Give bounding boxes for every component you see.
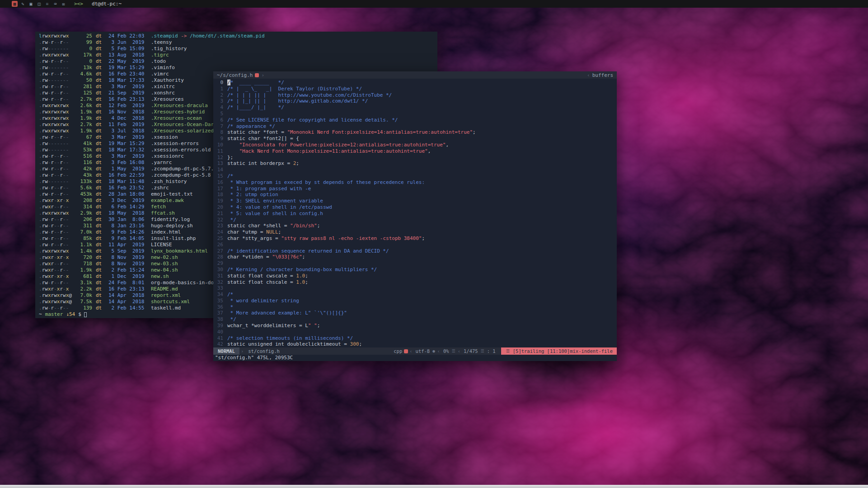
file-permissions: .rw-r--r-- (39, 160, 74, 166)
file-date: 4 Dec 2018 (108, 115, 147, 122)
file-name: shortcuts.xml (151, 299, 190, 305)
prompt-cwd: ~ (39, 311, 42, 318)
workspace-camera-icon[interactable]: ◫ (36, 1, 42, 7)
file-permissions: .rwxrwxrwx (39, 210, 74, 216)
editor-window[interactable]: ~/s/config.h › ‹ buffers 0/* ____ _____ … (213, 71, 617, 361)
editor-cursor: / (227, 80, 230, 85)
file-size: 42k (74, 166, 92, 172)
file-owner: dt (96, 52, 104, 58)
file-permissions: .rw-r--r-- (39, 58, 74, 65)
line-text: char *utmp = NULL; (227, 229, 281, 235)
file-row: .rw-r--r--99dt 3 Jun 2019.teensy (39, 39, 434, 46)
file-permissions: .rwxrwxrwx (39, 115, 74, 122)
file-name: .tigrc (151, 52, 169, 58)
file-permissions: .rw------- (39, 141, 74, 147)
file-owner: dt (96, 204, 104, 210)
file-name: new-03.sh (151, 261, 178, 267)
line-number: 4 (213, 104, 223, 111)
line-text: * 4: value of shell in /etc/passwd (227, 204, 332, 211)
file-permissions: .rw-r--r-- (39, 229, 74, 235)
file-owner: dt (96, 128, 104, 134)
file-owner: dt (96, 96, 104, 103)
file-size: 50 (74, 77, 92, 84)
line-text: static float cwscale = 1.0; (227, 273, 308, 279)
file-permissions: .rwxrwxrwx@ (39, 299, 74, 305)
file-date: 21 Sep 2019 (108, 90, 147, 96)
workspace-grid-icon[interactable]: ▦ (12, 1, 18, 7)
workspace-mail-icon[interactable]: ✉ (61, 1, 66, 7)
code-line: 21 * 5: value of shell in config.h (213, 211, 617, 217)
line-number: 0 (213, 80, 223, 86)
file-name: .Xresources-hybrid (151, 109, 205, 115)
vim-mode-indicator: NORMAL (213, 347, 239, 355)
code-line: 4/* |____/ |_| */ (213, 104, 617, 111)
line-number: 11 (213, 148, 223, 155)
top-panel: ▦✎▣◫⌗⌨✉ ><> dt@dt-pc:~ (0, 0, 868, 8)
workspace-keyboard-icon[interactable]: ⌨ (52, 1, 58, 7)
file-date: 3 Feb 16:08 (108, 160, 147, 166)
file-size: 206 (74, 216, 92, 223)
file-date: 16 Feb 23:52 (108, 185, 147, 191)
file-size: 125 (74, 90, 92, 96)
code-line: 31static float cwscale = 1.0; (213, 273, 617, 279)
file-size: 516 (74, 153, 92, 160)
line-text: char *vtiden = "\033[?6c"; (227, 254, 305, 260)
layout-indicator[interactable]: ><> (74, 1, 83, 7)
code-line: 10 "Inconsolata for Powerline:pixelsize=… (213, 142, 617, 148)
statusline: NORMAL › st/config.h cpp ‹ utf-8 ● ‹ 0% … (213, 347, 617, 355)
file-name: taskell.md (151, 305, 181, 311)
file-size: 1.4k (74, 248, 92, 254)
file-permissions: .rw-r--r-- (39, 39, 74, 46)
file-permissions: .rw-r--r-- (39, 71, 74, 77)
code-line: 19 * 3: SHELL environment variable (213, 198, 617, 204)
file-date: 19 Mar 15:29 (108, 65, 147, 71)
line-number: 33 (213, 285, 223, 291)
line-number: 1 (213, 86, 223, 92)
file-owner: dt (96, 147, 104, 153)
file-date: 6 Feb 14:29 (108, 204, 147, 210)
command-line-message: "st/config.h" 475L, 20953C (213, 355, 617, 361)
file-name: fidentify.log (151, 216, 190, 223)
workspace-display-icon[interactable]: ⌗ (44, 1, 50, 7)
file-permissions: .rw-r--r-- (39, 84, 74, 90)
code-line: 8static char *font = "Mononoki Nerd Font… (213, 129, 617, 136)
file-permissions: .rw-r--r-- (39, 242, 74, 248)
line-number: 39 (213, 323, 223, 329)
file-date: 16 Feb 23:13 (108, 286, 147, 292)
file-size: 13k (74, 65, 92, 71)
file-name: fetch (151, 204, 166, 210)
line-text: /* identification sequence returned in D… (227, 248, 389, 254)
file-owner: dt (96, 109, 104, 115)
code-line: 0/* ____ _____ */ (213, 80, 617, 86)
line-text: * 3: SHELL environment variable (227, 198, 323, 204)
line-number: 34 (213, 291, 223, 298)
code-line: 35 * word delimiter string (213, 298, 617, 304)
file-name: .teensy (151, 39, 172, 46)
line-number: 30 (213, 267, 223, 273)
tab-current-file[interactable]: ~/s/config.h (217, 72, 253, 78)
file-size: 720 (74, 254, 92, 261)
file-owner: dt (96, 46, 104, 52)
line-number: 8 (213, 129, 223, 136)
file-name: .Xresources-ocean (151, 115, 202, 122)
chevron-left-icon: ‹ (587, 72, 590, 78)
code-line: 26 (213, 242, 617, 248)
file-owner: dt (96, 122, 104, 128)
workspace-pencil-icon[interactable]: ✎ (20, 1, 26, 7)
code-line: 36 * (213, 304, 617, 310)
file-owner: dt (96, 210, 104, 216)
code-line: 6/* See LICENSE file for copyright and l… (213, 117, 617, 123)
file-permissions: .rw-r--r-- (39, 166, 74, 172)
line-number: 21 (213, 211, 223, 217)
file-size: 2.7k (74, 122, 92, 128)
file-permissions: .rw-r--r-- (39, 185, 74, 191)
code-line: 23static char *shell = "/bin/sh"; (213, 223, 617, 229)
code-area[interactable]: 0/* ____ _____ */1/* | _ \_ _| Derek Tay… (213, 79, 617, 347)
file-owner: dt (96, 299, 104, 305)
workspace-picture-icon[interactable]: ▣ (28, 1, 34, 7)
line-text: static float chscale = 1.0; (227, 279, 308, 286)
buffers-label[interactable]: buffers (592, 72, 613, 78)
file-owner: dt (96, 235, 104, 242)
file-size: 41k (74, 141, 92, 147)
file-name: .xsession (151, 134, 178, 141)
